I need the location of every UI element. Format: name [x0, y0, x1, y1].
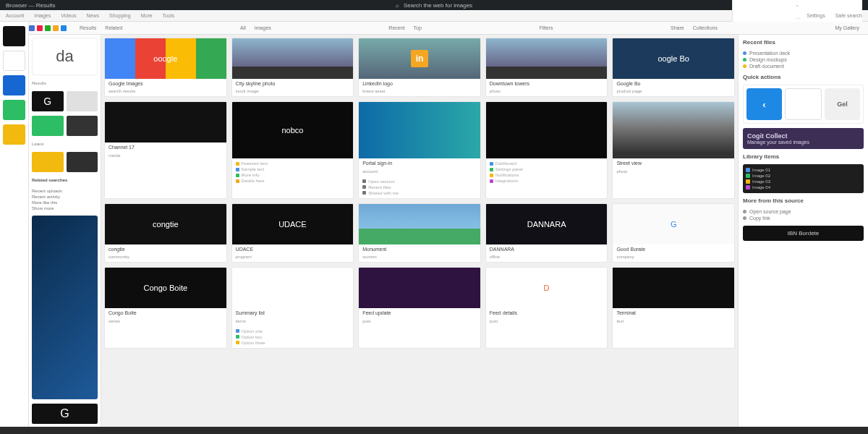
result-card[interactable]: congtiecongtiecommunity [104, 203, 227, 263]
card-thumbnail [486, 102, 608, 158]
result-card[interactable]: Terminaltext [612, 267, 735, 348]
card-caption: Summary list [232, 308, 354, 318]
card-caption: Portal sign-in [359, 158, 480, 169]
more-icon[interactable]: ⋯ [795, 15, 801, 22]
nav-back-chip[interactable]: ‹ [746, 88, 782, 120]
nav-chip[interactable]: Gel [825, 88, 860, 120]
strip-tile[interactable] [3, 75, 25, 95]
color-chip[interactable] [53, 25, 59, 31]
tab[interactable]: Recent [386, 24, 407, 32]
omnibox-text[interactable]: Search the web for images [404, 2, 472, 9]
titlebar-center: ⌕ Search the web for images [396, 2, 472, 9]
toolbar-item[interactable]: Account [6, 13, 24, 18]
color-chip[interactable] [61, 25, 67, 31]
left-tile[interactable]: G [32, 91, 64, 111]
big-tile[interactable]: da [32, 38, 98, 75]
card-thumbnail [105, 102, 226, 142]
result-card[interactable]: UDACEUDACEprogram [231, 203, 354, 263]
related-item[interactable]: Show more [32, 205, 98, 211]
toolbar-item[interactable]: Settings [807, 13, 825, 18]
dark-list-item[interactable]: Image 04 [746, 184, 861, 190]
card-caption: Monument [359, 244, 480, 255]
card-thumbnail [359, 102, 480, 158]
related-item[interactable]: Recent activity [32, 194, 98, 200]
tab[interactable]: Share [668, 24, 687, 32]
card-thumbnail [613, 268, 734, 308]
dark-list-item[interactable]: Image 02 [746, 173, 861, 179]
right-header: Library items [743, 153, 864, 160]
left-tile[interactable]: G [32, 404, 98, 424]
result-card[interactable]: oogle BoGoogle Boproduct page [612, 38, 735, 97]
right-item[interactable]: Copy link [743, 215, 864, 221]
result-card[interactable]: inLinkedIn logobrand asset [358, 38, 481, 97]
card-caption: Channel 17 [105, 142, 226, 153]
promo-card[interactable]: Cogit Collect Manage your saved images [743, 128, 864, 149]
tab[interactable]: My Gallery [833, 24, 862, 32]
card-caption: Google Images [105, 79, 226, 89]
window-titlebar: Browser — Results ⌕ Search the web for i… [0, 0, 868, 10]
tab[interactable]: Collections [690, 24, 720, 32]
result-card[interactable]: Monumenttourism [358, 203, 481, 263]
color-chip[interactable] [29, 25, 35, 31]
bottom-card[interactable]: IBN Bordete [743, 226, 864, 241]
left-tile[interactable] [32, 116, 64, 136]
card-bullets: DashboardSettings panelNotificationsInte… [486, 158, 608, 186]
app-window: ResultsRelated AllImages RecentTop Filte… [0, 22, 868, 427]
related-item[interactable]: More like this [32, 200, 98, 205]
strip-tile[interactable] [3, 26, 25, 46]
tab[interactable]: Images [252, 24, 274, 32]
right-item[interactable]: Draft document [743, 63, 864, 69]
tab[interactable]: All [237, 24, 249, 32]
result-card[interactable]: Portal sign-inaccountOpen sessionRecent … [358, 101, 481, 198]
result-card[interactable]: ooogleGoogle Imagessearch results [104, 38, 227, 97]
right-item[interactable]: Open source page [743, 208, 864, 215]
card-thumbnail [486, 38, 608, 79]
result-card[interactable]: DFeed detailspost [485, 267, 608, 348]
left-tile[interactable] [67, 152, 98, 172]
tab[interactable]: Related [102, 24, 125, 32]
result-card[interactable]: Congo BoiteCongo Boiteseries [104, 267, 227, 348]
left-tile[interactable] [67, 91, 98, 111]
result-card[interactable]: Feed updatepost [358, 267, 481, 348]
chevron-down-icon[interactable]: ⌄ [795, 1, 800, 8]
color-chip[interactable] [37, 25, 43, 31]
card-subtitle: media [105, 153, 226, 161]
dark-list-item[interactable]: Image 03 [746, 179, 861, 184]
toolbar-item[interactable]: News [87, 13, 100, 18]
result-card[interactable]: GGood Boratecompany [612, 203, 735, 263]
dark-list-item[interactable]: Image 01 [746, 167, 861, 173]
result-card[interactable]: nobcoFeatured itemSample textMore infoDe… [231, 101, 354, 198]
tab[interactable]: Results [77, 24, 99, 32]
result-card[interactable]: Downtown towersphoto [485, 38, 608, 97]
right-item[interactable]: Presentation deck [743, 50, 864, 56]
toolbar-item[interactable]: Tools [163, 13, 174, 18]
nav-chip[interactable] [785, 88, 822, 120]
result-card[interactable]: Street viewphoto [612, 101, 735, 198]
card-subtitle: series [105, 319, 226, 326]
strip-tile[interactable] [3, 100, 25, 120]
strip-tile[interactable] [3, 51, 25, 71]
right-item[interactable]: Design mockups [743, 56, 864, 63]
tab[interactable]: Filters [536, 24, 556, 32]
card-thumbnail [359, 204, 480, 244]
left-tile[interactable] [67, 116, 98, 136]
result-card[interactable]: Channel 17media [104, 101, 227, 198]
result-card[interactable]: City skyline photostock image [231, 38, 354, 97]
card-subtitle: post [486, 319, 608, 326]
color-chip[interactable] [45, 25, 51, 31]
toolbar-item[interactable]: Shopping [109, 13, 131, 18]
tab[interactable]: Top [411, 24, 425, 32]
toolbar-item[interactable]: Videos [61, 13, 76, 18]
toolbar-item[interactable]: More [141, 13, 153, 18]
strip-tile[interactable] [3, 124, 25, 145]
result-card[interactable]: Summary listitemsOption oneOption twoOpt… [231, 267, 354, 348]
result-card[interactable]: DashboardSettings panelNotificationsInte… [485, 101, 608, 198]
left-tile-blue[interactable] [32, 216, 98, 399]
result-card[interactable]: DANNARADANNARAoffice [485, 203, 608, 263]
toolbar-item[interactable]: Images [34, 13, 51, 18]
related-item[interactable]: Recent uploads [32, 188, 98, 194]
toolbar-item[interactable]: Safe search [835, 13, 862, 18]
right-header: More from this source [743, 197, 864, 204]
card-caption: Feed details [486, 308, 608, 318]
left-tile[interactable] [32, 152, 64, 172]
